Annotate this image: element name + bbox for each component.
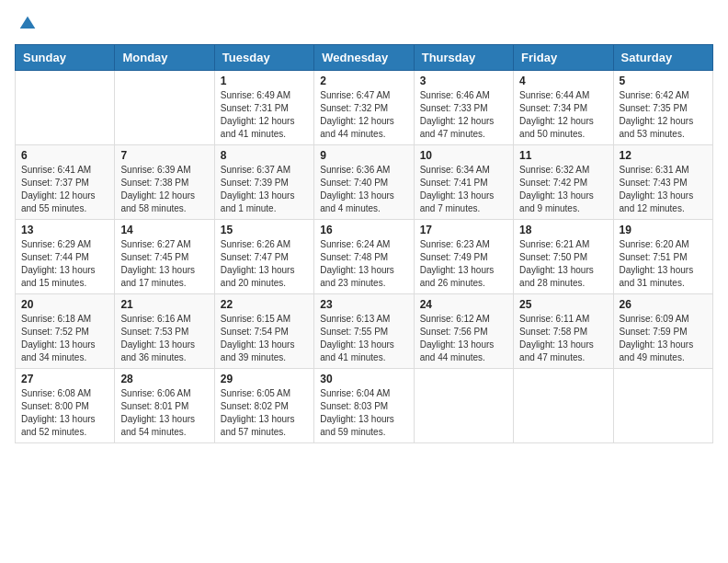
calendar-cell: 2 Sunrise: 6:47 AMSunset: 7:32 PMDayligh… (314, 71, 414, 145)
calendar-cell (16, 71, 115, 145)
weekday-header-saturday: Saturday (613, 45, 712, 71)
day-info: Sunrise: 6:06 AMSunset: 8:01 PMDaylight:… (120, 387, 208, 439)
calendar-week-row: 6 Sunrise: 6:41 AMSunset: 7:37 PMDayligh… (16, 145, 713, 220)
calendar-cell: 3 Sunrise: 6:46 AMSunset: 7:33 PMDayligh… (414, 71, 513, 145)
day-info: Sunrise: 6:08 AMSunset: 8:00 PMDaylight:… (21, 387, 108, 439)
day-info: Sunrise: 6:41 AMSunset: 7:37 PMDaylight:… (21, 164, 108, 215)
day-info: Sunrise: 6:24 AMSunset: 7:48 PMDaylight:… (320, 238, 407, 290)
calendar-cell: 22 Sunrise: 6:15 AMSunset: 7:54 PMDaylig… (214, 294, 313, 369)
day-info: Sunrise: 6:20 AMSunset: 7:51 PMDaylight:… (620, 238, 707, 290)
day-number: 17 (420, 224, 507, 236)
day-number: 13 (21, 224, 108, 236)
day-number: 28 (120, 373, 208, 385)
calendar-cell: 23 Sunrise: 6:13 AMSunset: 7:55 PMDaylig… (314, 294, 414, 369)
calendar-cell (115, 71, 214, 145)
svg-marker-0 (20, 17, 36, 29)
day-info: Sunrise: 6:47 AMSunset: 7:32 PMDaylight:… (320, 89, 407, 141)
day-info: Sunrise: 6:42 AMSunset: 7:35 PMDaylight:… (620, 89, 707, 141)
day-number: 21 (120, 298, 208, 311)
day-number: 14 (120, 224, 208, 236)
page-header (15, 15, 713, 33)
calendar-cell (613, 369, 712, 443)
day-number: 10 (420, 149, 507, 162)
day-number: 26 (620, 298, 707, 311)
weekday-header-wednesday: Wednesday (314, 45, 414, 71)
calendar-table: SundayMondayTuesdayWednesdayThursdayFrid… (15, 44, 713, 443)
calendar-week-row: 20 Sunrise: 6:18 AMSunset: 7:52 PMDaylig… (16, 294, 713, 369)
day-number: 24 (420, 298, 507, 311)
calendar-week-row: 27 Sunrise: 6:08 AMSunset: 8:00 PMDaylig… (16, 369, 713, 443)
day-info: Sunrise: 6:49 AMSunset: 7:31 PMDaylight:… (221, 89, 308, 141)
day-number: 18 (519, 224, 607, 236)
day-number: 7 (120, 149, 208, 162)
day-info: Sunrise: 6:36 AMSunset: 7:40 PMDaylight:… (320, 164, 407, 215)
day-info: Sunrise: 6:15 AMSunset: 7:54 PMDaylight:… (221, 313, 308, 364)
day-info: Sunrise: 6:44 AMSunset: 7:34 PMDaylight:… (519, 89, 607, 141)
calendar-cell: 5 Sunrise: 6:42 AMSunset: 7:35 PMDayligh… (613, 71, 712, 145)
day-number: 5 (620, 75, 707, 87)
calendar-cell: 24 Sunrise: 6:12 AMSunset: 7:56 PMDaylig… (414, 294, 513, 369)
calendar-cell: 30 Sunrise: 6:04 AMSunset: 8:03 PMDaylig… (314, 369, 414, 443)
day-number: 15 (221, 224, 308, 236)
calendar-cell: 27 Sunrise: 6:08 AMSunset: 8:00 PMDaylig… (16, 369, 115, 443)
day-info: Sunrise: 6:32 AMSunset: 7:42 PMDaylight:… (519, 164, 607, 215)
day-info: Sunrise: 6:37 AMSunset: 7:39 PMDaylight:… (221, 164, 308, 215)
day-info: Sunrise: 6:12 AMSunset: 7:56 PMDaylight:… (420, 313, 507, 364)
calendar-cell: 1 Sunrise: 6:49 AMSunset: 7:31 PMDayligh… (214, 71, 313, 145)
day-info: Sunrise: 6:04 AMSunset: 8:03 PMDaylight:… (320, 387, 407, 439)
day-number: 27 (21, 373, 108, 385)
calendar-cell: 11 Sunrise: 6:32 AMSunset: 7:42 PMDaylig… (514, 145, 613, 220)
day-number: 23 (320, 298, 407, 311)
day-info: Sunrise: 6:11 AMSunset: 7:58 PMDaylight:… (519, 313, 607, 364)
logo (15, 15, 37, 33)
calendar-cell: 10 Sunrise: 6:34 AMSunset: 7:41 PMDaylig… (414, 145, 513, 220)
day-info: Sunrise: 6:27 AMSunset: 7:45 PMDaylight:… (120, 238, 208, 290)
weekday-header-friday: Friday (514, 45, 613, 71)
calendar-cell: 15 Sunrise: 6:26 AMSunset: 7:47 PMDaylig… (214, 220, 313, 294)
calendar-cell: 12 Sunrise: 6:31 AMSunset: 7:43 PMDaylig… (613, 145, 712, 220)
weekday-header-tuesday: Tuesday (214, 45, 313, 71)
day-info: Sunrise: 6:23 AMSunset: 7:49 PMDaylight:… (420, 238, 507, 290)
calendar-cell: 26 Sunrise: 6:09 AMSunset: 7:59 PMDaylig… (613, 294, 712, 369)
calendar-cell: 16 Sunrise: 6:24 AMSunset: 7:48 PMDaylig… (314, 220, 414, 294)
day-number: 3 (420, 75, 507, 87)
day-info: Sunrise: 6:39 AMSunset: 7:38 PMDaylight:… (120, 164, 208, 215)
day-info: Sunrise: 6:29 AMSunset: 7:44 PMDaylight:… (21, 238, 108, 290)
day-number: 20 (21, 298, 108, 311)
day-number: 12 (620, 149, 707, 162)
calendar-cell: 17 Sunrise: 6:23 AMSunset: 7:49 PMDaylig… (414, 220, 513, 294)
calendar-cell: 6 Sunrise: 6:41 AMSunset: 7:37 PMDayligh… (16, 145, 115, 220)
weekday-header-monday: Monday (115, 45, 214, 71)
day-info: Sunrise: 6:26 AMSunset: 7:47 PMDaylight:… (221, 238, 308, 290)
calendar-cell: 14 Sunrise: 6:27 AMSunset: 7:45 PMDaylig… (115, 220, 214, 294)
weekday-header-thursday: Thursday (414, 45, 513, 71)
day-number: 16 (320, 224, 407, 236)
calendar-cell: 13 Sunrise: 6:29 AMSunset: 7:44 PMDaylig… (16, 220, 115, 294)
day-info: Sunrise: 6:18 AMSunset: 7:52 PMDaylight:… (21, 313, 108, 364)
calendar-cell: 25 Sunrise: 6:11 AMSunset: 7:58 PMDaylig… (514, 294, 613, 369)
weekday-header-sunday: Sunday (16, 45, 115, 71)
calendar-cell (414, 369, 513, 443)
calendar-week-row: 1 Sunrise: 6:49 AMSunset: 7:31 PMDayligh… (16, 71, 713, 145)
calendar-cell: 18 Sunrise: 6:21 AMSunset: 7:50 PMDaylig… (514, 220, 613, 294)
day-info: Sunrise: 6:31 AMSunset: 7:43 PMDaylight:… (620, 164, 707, 215)
day-number: 9 (320, 149, 407, 162)
calendar-cell: 21 Sunrise: 6:16 AMSunset: 7:53 PMDaylig… (115, 294, 214, 369)
calendar-cell: 7 Sunrise: 6:39 AMSunset: 7:38 PMDayligh… (115, 145, 214, 220)
day-info: Sunrise: 6:16 AMSunset: 7:53 PMDaylight:… (120, 313, 208, 364)
calendar-cell: 29 Sunrise: 6:05 AMSunset: 8:02 PMDaylig… (214, 369, 313, 443)
day-number: 6 (21, 149, 108, 162)
day-number: 4 (519, 75, 607, 87)
calendar-cell: 28 Sunrise: 6:06 AMSunset: 8:01 PMDaylig… (115, 369, 214, 443)
day-info: Sunrise: 6:46 AMSunset: 7:33 PMDaylight:… (420, 89, 507, 141)
day-info: Sunrise: 6:21 AMSunset: 7:50 PMDaylight:… (519, 238, 607, 290)
calendar-cell: 4 Sunrise: 6:44 AMSunset: 7:34 PMDayligh… (514, 71, 613, 145)
day-info: Sunrise: 6:05 AMSunset: 8:02 PMDaylight:… (221, 387, 308, 439)
calendar-cell: 19 Sunrise: 6:20 AMSunset: 7:51 PMDaylig… (613, 220, 712, 294)
day-number: 2 (320, 75, 407, 87)
day-number: 1 (221, 75, 308, 87)
day-number: 19 (620, 224, 707, 236)
day-number: 22 (221, 298, 308, 311)
day-info: Sunrise: 6:34 AMSunset: 7:41 PMDaylight:… (420, 164, 507, 215)
day-number: 25 (519, 298, 607, 311)
